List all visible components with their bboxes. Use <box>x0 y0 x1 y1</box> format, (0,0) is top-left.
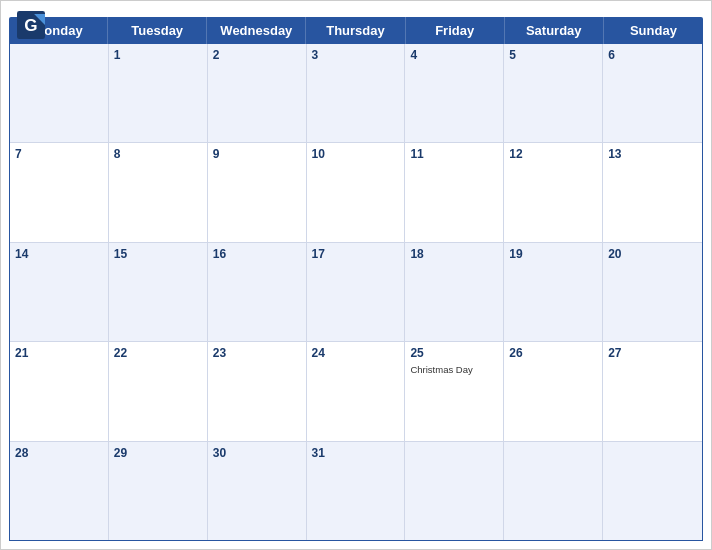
day-number: 3 <box>312 47 400 64</box>
day-cell: 24 <box>307 342 406 440</box>
day-number: 11 <box>410 146 498 163</box>
day-cell: 26 <box>504 342 603 440</box>
day-header-thursday: Thursday <box>306 17 405 44</box>
calendar-grid: MondayTuesdayWednesdayThursdayFridaySatu… <box>1 17 711 549</box>
calendar-header: G <box>1 1 711 17</box>
day-header-wednesday: Wednesday <box>207 17 306 44</box>
day-cell: 31 <box>307 442 406 540</box>
day-cell: 27 <box>603 342 702 440</box>
day-number: 1 <box>114 47 202 64</box>
day-number: 31 <box>312 445 400 462</box>
day-number: 15 <box>114 246 202 263</box>
week-row-1: 123456 <box>10 44 702 143</box>
day-number: 24 <box>312 345 400 362</box>
day-number: 13 <box>608 146 697 163</box>
day-cell: 12 <box>504 143 603 241</box>
day-cell: 5 <box>504 44 603 142</box>
day-cell: 2 <box>208 44 307 142</box>
day-cell: 20 <box>603 243 702 341</box>
day-number: 5 <box>509 47 597 64</box>
day-number: 19 <box>509 246 597 263</box>
day-cell: 7 <box>10 143 109 241</box>
day-cell: 4 <box>405 44 504 142</box>
day-cell: 15 <box>109 243 208 341</box>
day-cell: 16 <box>208 243 307 341</box>
day-cell: 6 <box>603 44 702 142</box>
day-number: 10 <box>312 146 400 163</box>
day-cell: 29 <box>109 442 208 540</box>
day-number: 27 <box>608 345 697 362</box>
day-cell: 13 <box>603 143 702 241</box>
week-row-5: 28293031 <box>10 442 702 540</box>
logo: G <box>17 11 49 39</box>
day-number: 14 <box>15 246 103 263</box>
day-number: 29 <box>114 445 202 462</box>
calendar: G MondayTuesdayWednesdayThursdayFridaySa… <box>0 0 712 550</box>
day-header-sunday: Sunday <box>604 17 703 44</box>
day-cell: 18 <box>405 243 504 341</box>
day-cell: 17 <box>307 243 406 341</box>
day-number: 2 <box>213 47 301 64</box>
week-row-2: 78910111213 <box>10 143 702 242</box>
day-number: 9 <box>213 146 301 163</box>
day-header-saturday: Saturday <box>505 17 604 44</box>
day-cell: 14 <box>10 243 109 341</box>
holiday-label: Christmas Day <box>410 364 498 375</box>
day-number: 8 <box>114 146 202 163</box>
logo-icon: G <box>17 11 45 39</box>
day-number: 7 <box>15 146 103 163</box>
day-number: 23 <box>213 345 301 362</box>
day-headers-row: MondayTuesdayWednesdayThursdayFridaySatu… <box>9 17 703 44</box>
day-cell: 25Christmas Day <box>405 342 504 440</box>
day-cell: 8 <box>109 143 208 241</box>
day-number: 21 <box>15 345 103 362</box>
day-number: 26 <box>509 345 597 362</box>
day-cell <box>504 442 603 540</box>
day-header-friday: Friday <box>406 17 505 44</box>
day-cell: 19 <box>504 243 603 341</box>
day-number: 6 <box>608 47 697 64</box>
week-row-3: 14151617181920 <box>10 243 702 342</box>
day-cell <box>603 442 702 540</box>
day-cell <box>405 442 504 540</box>
day-cell: 11 <box>405 143 504 241</box>
day-number: 30 <box>213 445 301 462</box>
day-cell: 30 <box>208 442 307 540</box>
day-number: 12 <box>509 146 597 163</box>
day-number: 25 <box>410 345 498 362</box>
day-cell: 23 <box>208 342 307 440</box>
day-header-tuesday: Tuesday <box>108 17 207 44</box>
svg-text:G: G <box>24 16 37 35</box>
day-number: 20 <box>608 246 697 263</box>
day-cell: 10 <box>307 143 406 241</box>
day-number: 4 <box>410 47 498 64</box>
day-number: 16 <box>213 246 301 263</box>
day-cell: 9 <box>208 143 307 241</box>
day-number: 28 <box>15 445 103 462</box>
day-cell: 22 <box>109 342 208 440</box>
day-cell <box>10 44 109 142</box>
day-number: 22 <box>114 345 202 362</box>
weeks-container: 1234567891011121314151617181920212223242… <box>10 44 702 540</box>
day-cell: 21 <box>10 342 109 440</box>
day-cell: 28 <box>10 442 109 540</box>
day-cell: 3 <box>307 44 406 142</box>
day-cell: 1 <box>109 44 208 142</box>
day-number: 18 <box>410 246 498 263</box>
week-row-4: 2122232425Christmas Day2627 <box>10 342 702 441</box>
day-number: 17 <box>312 246 400 263</box>
